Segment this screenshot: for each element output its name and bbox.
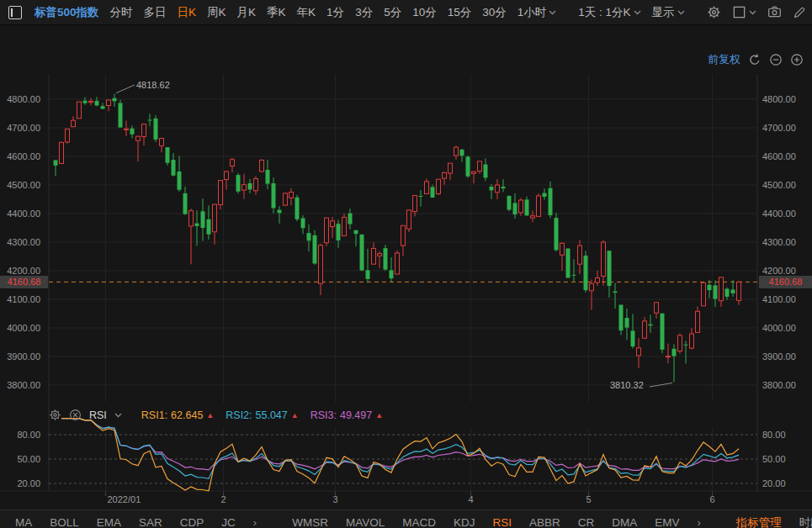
price-axis-label-left: 4800.00 xyxy=(0,94,40,105)
rsi-axis-label-right: 20.00 xyxy=(762,478,786,489)
price-axis-label-right: 4200.00 xyxy=(762,266,796,277)
candle-style-icon xyxy=(732,5,746,19)
price-axis-label-right: 4300.00 xyxy=(762,237,796,248)
rsi-indicator-header: RSI RSI1:62.645▲RSI2:55.047▲RSI3:49.497▲ xyxy=(49,409,383,421)
multi-period-label: 1天 : 1分K xyxy=(578,5,630,20)
tab-多日[interactable]: 多日 xyxy=(144,5,167,20)
indicator-item-DMA[interactable]: DMA xyxy=(612,516,637,528)
candlestick-chart-canvas[interactable] xyxy=(0,0,812,528)
indicator-settings-gear-icon[interactable] xyxy=(49,409,61,421)
multi-period-dropdown[interactable]: 1天 : 1分K xyxy=(578,5,640,20)
high-price-annotation: 4818.62 xyxy=(136,80,170,90)
date-axis-label: 5 xyxy=(586,494,591,504)
zoom-out-icon[interactable] xyxy=(769,53,783,66)
adjust-mode-dropdown[interactable]: 前复权 xyxy=(708,52,740,67)
tab-10分[interactable]: 10分 xyxy=(412,5,437,20)
tab-15分[interactable]: 15分 xyxy=(448,5,472,20)
indicator-name[interactable]: RSI xyxy=(89,409,107,421)
tab-分时[interactable]: 分时 xyxy=(110,5,133,20)
close-indicator-icon[interactable] xyxy=(69,409,82,421)
price-axis-label-right: 4500.00 xyxy=(762,180,796,191)
screenshot-camera-icon[interactable] xyxy=(767,5,782,19)
indicator-item-MAVOL[interactable]: MAVOL xyxy=(346,516,385,528)
symbol-name[interactable]: 标普500指数 xyxy=(34,5,99,20)
indicator-item-MA[interactable]: MA xyxy=(15,516,32,528)
price-axis-label-left: 4000.00 xyxy=(0,323,40,334)
price-axis-label-left: 3800.00 xyxy=(0,380,40,391)
indicator-item-EMA[interactable]: EMA xyxy=(97,516,121,528)
indicator-item-MACD[interactable]: MACD xyxy=(402,516,436,528)
price-axis-label-right: 3900.00 xyxy=(762,351,796,362)
display-dropdown[interactable]: 显示 xyxy=(652,5,685,20)
indicator-bottom-bar: MABOLLEMASARCDPJC›WMSRMAVOLMACDKDJRSIABB… xyxy=(0,510,812,528)
last-price-tag-right: 4160.68 xyxy=(759,276,812,288)
rsi-series-value: 49.497 xyxy=(340,409,372,421)
candle-style-dropdown[interactable] xyxy=(732,5,756,19)
settings-gear-icon[interactable] xyxy=(707,5,721,19)
tab-1小时[interactable]: 1小时 xyxy=(517,5,557,20)
indicator-item-WMSR[interactable]: WMSR xyxy=(292,516,328,528)
price-axis-label-right: 4400.00 xyxy=(762,209,796,219)
window-chart-icon[interactable] xyxy=(8,6,22,19)
price-axis-label-left: 4600.00 xyxy=(0,151,40,162)
chevron-down-icon xyxy=(677,10,685,15)
zoom-in-icon[interactable] xyxy=(790,53,804,66)
indicator-item-SAR[interactable]: SAR xyxy=(139,516,162,528)
indicator-item-BOLL[interactable]: BOLL xyxy=(50,516,79,528)
price-axis-label-right: 3800.00 xyxy=(762,380,796,391)
more-indicators-chevron-icon[interactable]: › xyxy=(253,516,257,528)
indicator-item-指标管理[interactable]: 指标管理 xyxy=(736,515,782,528)
date-axis-label: 2 xyxy=(220,494,226,504)
price-axis-label-right: 4000.00 xyxy=(762,323,796,334)
price-axis-label-right: 4600.00 xyxy=(762,151,796,162)
price-axis-label-right: 4100.00 xyxy=(762,294,796,305)
date-axis-label: 2022/01 xyxy=(108,494,141,504)
rsi-axis-label-left: 20.00 xyxy=(0,478,40,489)
indicator-item-CR[interactable]: CR xyxy=(578,516,595,528)
indicator-item-ABBR[interactable]: ABBR xyxy=(529,516,560,528)
rsi-series-RSI1: RSI1:62.645▲ xyxy=(141,409,214,421)
rsi-axis-label-left: 50.00 xyxy=(0,454,40,465)
indicator-item-EMV[interactable]: EMV xyxy=(655,516,679,528)
draw-pencil-icon[interactable] xyxy=(793,5,807,19)
more-indicators-chevron-icon[interactable]: › xyxy=(698,516,701,528)
low-price-annotation: 3810.32 xyxy=(610,380,644,390)
top-toolbar: 标普500指数 分时多日日K周K月K季K年K1分3分5分10分15分30分1小时… xyxy=(0,0,812,25)
tab-日K[interactable]: 日K xyxy=(178,5,197,20)
last-price-tag-left: 4160.68 xyxy=(0,276,48,288)
price-axis-label-right: 4700.00 xyxy=(762,123,796,134)
chart-controls-row: 前复权 xyxy=(708,52,804,67)
price-axis-label-left: 3900.00 xyxy=(0,351,40,362)
price-axis-label-left: 4400.00 xyxy=(0,209,40,219)
rsi-series-RSI3: RSI3:49.497▲ xyxy=(310,409,383,421)
reset-view-icon[interactable] xyxy=(748,53,762,66)
tab-3分[interactable]: 3分 xyxy=(355,5,373,20)
rsi-values-row: RSI1:62.645▲RSI2:55.047▲RSI3:49.497▲ xyxy=(130,409,383,421)
up-triangle-icon: ▲ xyxy=(291,411,299,420)
price-axis-label-left: 4700.00 xyxy=(0,123,40,134)
tab-1分[interactable]: 1分 xyxy=(326,5,344,20)
rsi-axis-label-right: 80.00 xyxy=(762,430,786,441)
rsi-series-label: RSI1: xyxy=(141,409,167,421)
rsi-series-label: RSI3: xyxy=(310,409,337,421)
tab-5分[interactable]: 5分 xyxy=(384,5,401,20)
indicator-item-CDP[interactable]: CDP xyxy=(180,516,204,528)
indicator-item-KDJ[interactable]: KDJ xyxy=(454,516,475,528)
chevron-down-icon xyxy=(549,10,556,15)
date-axis-label: 4 xyxy=(468,494,473,504)
date-axis-label: 3 xyxy=(332,494,337,504)
chevron-down-icon[interactable] xyxy=(114,413,122,418)
tab-月K[interactable]: 月K xyxy=(237,5,257,20)
rsi-series-label: RSI2: xyxy=(226,409,252,421)
indicator-item-RSI[interactable]: RSI xyxy=(492,516,512,528)
session-button[interactable]: 时段 xyxy=(799,515,812,528)
up-triangle-icon: ▲ xyxy=(206,411,214,420)
indicator-item-JC[interactable]: JC xyxy=(221,516,236,528)
stock-chart-window: 标普500指数 分时多日日K周K月K季K年K1分3分5分10分15分30分1小时… xyxy=(0,0,812,528)
tab-年K[interactable]: 年K xyxy=(297,5,316,20)
chevron-down-icon xyxy=(634,10,641,15)
tab-季K[interactable]: 季K xyxy=(267,5,286,20)
tab-周K[interactable]: 周K xyxy=(207,5,226,20)
tab-30分[interactable]: 30分 xyxy=(482,5,507,20)
period-tabs: 分时多日日K周K月K季K年K1分3分5分10分15分30分1小时 xyxy=(110,5,557,20)
